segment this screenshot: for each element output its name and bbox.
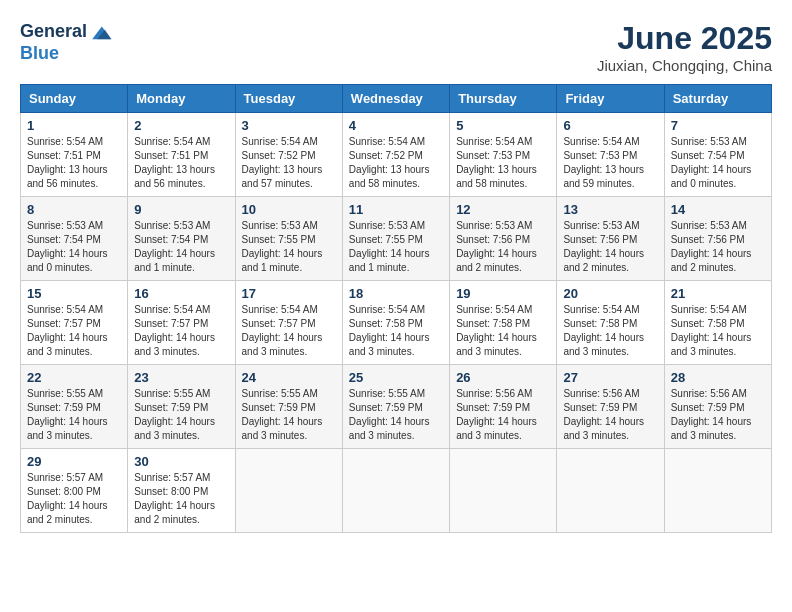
cell-details: Sunrise: 5:53 AMSunset: 7:56 PMDaylight:… — [563, 219, 657, 275]
cell-details: Sunrise: 5:54 AMSunset: 7:52 PMDaylight:… — [242, 135, 336, 191]
cell-details: Sunrise: 5:54 AMSunset: 7:58 PMDaylight:… — [456, 303, 550, 359]
calendar-cell: 11Sunrise: 5:53 AMSunset: 7:55 PMDayligh… — [342, 197, 449, 281]
day-number: 2 — [134, 118, 228, 133]
calendar-cell — [557, 449, 664, 533]
day-number: 29 — [27, 454, 121, 469]
calendar-cell — [342, 449, 449, 533]
cell-details: Sunrise: 5:54 AMSunset: 7:57 PMDaylight:… — [242, 303, 336, 359]
calendar-cell: 13Sunrise: 5:53 AMSunset: 7:56 PMDayligh… — [557, 197, 664, 281]
day-number: 6 — [563, 118, 657, 133]
calendar-cell: 29Sunrise: 5:57 AMSunset: 8:00 PMDayligh… — [21, 449, 128, 533]
calendar-cell: 2Sunrise: 5:54 AMSunset: 7:51 PMDaylight… — [128, 113, 235, 197]
cell-details: Sunrise: 5:54 AMSunset: 7:53 PMDaylight:… — [563, 135, 657, 191]
calendar-title: June 2025 — [597, 20, 772, 57]
cell-details: Sunrise: 5:54 AMSunset: 7:57 PMDaylight:… — [134, 303, 228, 359]
calendar-cell: 6Sunrise: 5:54 AMSunset: 7:53 PMDaylight… — [557, 113, 664, 197]
day-number: 23 — [134, 370, 228, 385]
day-number: 19 — [456, 286, 550, 301]
calendar-cell: 22Sunrise: 5:55 AMSunset: 7:59 PMDayligh… — [21, 365, 128, 449]
cell-details: Sunrise: 5:54 AMSunset: 7:51 PMDaylight:… — [27, 135, 121, 191]
weekday-header: Friday — [557, 85, 664, 113]
day-number: 24 — [242, 370, 336, 385]
weekday-header: Sunday — [21, 85, 128, 113]
calendar-cell: 8Sunrise: 5:53 AMSunset: 7:54 PMDaylight… — [21, 197, 128, 281]
day-number: 8 — [27, 202, 121, 217]
weekday-header: Wednesday — [342, 85, 449, 113]
weekday-header: Monday — [128, 85, 235, 113]
calendar-cell: 25Sunrise: 5:55 AMSunset: 7:59 PMDayligh… — [342, 365, 449, 449]
cell-details: Sunrise: 5:56 AMSunset: 7:59 PMDaylight:… — [563, 387, 657, 443]
cell-details: Sunrise: 5:54 AMSunset: 7:53 PMDaylight:… — [456, 135, 550, 191]
calendar-cell: 24Sunrise: 5:55 AMSunset: 7:59 PMDayligh… — [235, 365, 342, 449]
day-number: 30 — [134, 454, 228, 469]
cell-details: Sunrise: 5:57 AMSunset: 8:00 PMDaylight:… — [134, 471, 228, 527]
day-number: 17 — [242, 286, 336, 301]
cell-details: Sunrise: 5:53 AMSunset: 7:56 PMDaylight:… — [671, 219, 765, 275]
calendar-cell: 23Sunrise: 5:55 AMSunset: 7:59 PMDayligh… — [128, 365, 235, 449]
logo-icon — [89, 20, 113, 44]
calendar-body: 1Sunrise: 5:54 AMSunset: 7:51 PMDaylight… — [21, 113, 772, 533]
cell-details: Sunrise: 5:53 AMSunset: 7:54 PMDaylight:… — [671, 135, 765, 191]
calendar-week-row: 22Sunrise: 5:55 AMSunset: 7:59 PMDayligh… — [21, 365, 772, 449]
cell-details: Sunrise: 5:54 AMSunset: 7:51 PMDaylight:… — [134, 135, 228, 191]
calendar-cell: 28Sunrise: 5:56 AMSunset: 7:59 PMDayligh… — [664, 365, 771, 449]
day-number: 22 — [27, 370, 121, 385]
cell-details: Sunrise: 5:54 AMSunset: 7:57 PMDaylight:… — [27, 303, 121, 359]
calendar-week-row: 15Sunrise: 5:54 AMSunset: 7:57 PMDayligh… — [21, 281, 772, 365]
calendar-week-row: 1Sunrise: 5:54 AMSunset: 7:51 PMDaylight… — [21, 113, 772, 197]
day-number: 21 — [671, 286, 765, 301]
calendar-header-row: SundayMondayTuesdayWednesdayThursdayFrid… — [21, 85, 772, 113]
cell-details: Sunrise: 5:55 AMSunset: 7:59 PMDaylight:… — [134, 387, 228, 443]
calendar-subtitle: Jiuxian, Chongqing, China — [597, 57, 772, 74]
cell-details: Sunrise: 5:53 AMSunset: 7:55 PMDaylight:… — [349, 219, 443, 275]
calendar-week-row: 29Sunrise: 5:57 AMSunset: 8:00 PMDayligh… — [21, 449, 772, 533]
calendar-cell: 5Sunrise: 5:54 AMSunset: 7:53 PMDaylight… — [450, 113, 557, 197]
calendar-cell: 18Sunrise: 5:54 AMSunset: 7:58 PMDayligh… — [342, 281, 449, 365]
calendar-cell: 9Sunrise: 5:53 AMSunset: 7:54 PMDaylight… — [128, 197, 235, 281]
calendar-cell: 1Sunrise: 5:54 AMSunset: 7:51 PMDaylight… — [21, 113, 128, 197]
calendar-cell: 19Sunrise: 5:54 AMSunset: 7:58 PMDayligh… — [450, 281, 557, 365]
cell-details: Sunrise: 5:57 AMSunset: 8:00 PMDaylight:… — [27, 471, 121, 527]
calendar-cell: 17Sunrise: 5:54 AMSunset: 7:57 PMDayligh… — [235, 281, 342, 365]
day-number: 10 — [242, 202, 336, 217]
cell-details: Sunrise: 5:53 AMSunset: 7:54 PMDaylight:… — [27, 219, 121, 275]
cell-details: Sunrise: 5:53 AMSunset: 7:54 PMDaylight:… — [134, 219, 228, 275]
calendar-cell — [664, 449, 771, 533]
calendar-cell: 4Sunrise: 5:54 AMSunset: 7:52 PMDaylight… — [342, 113, 449, 197]
day-number: 1 — [27, 118, 121, 133]
cell-details: Sunrise: 5:53 AMSunset: 7:55 PMDaylight:… — [242, 219, 336, 275]
day-number: 11 — [349, 202, 443, 217]
day-number: 12 — [456, 202, 550, 217]
calendar-cell: 26Sunrise: 5:56 AMSunset: 7:59 PMDayligh… — [450, 365, 557, 449]
weekday-header: Thursday — [450, 85, 557, 113]
calendar-cell — [235, 449, 342, 533]
day-number: 14 — [671, 202, 765, 217]
day-number: 4 — [349, 118, 443, 133]
day-number: 9 — [134, 202, 228, 217]
day-number: 7 — [671, 118, 765, 133]
calendar-cell: 30Sunrise: 5:57 AMSunset: 8:00 PMDayligh… — [128, 449, 235, 533]
cell-details: Sunrise: 5:54 AMSunset: 7:58 PMDaylight:… — [671, 303, 765, 359]
calendar-week-row: 8Sunrise: 5:53 AMSunset: 7:54 PMDaylight… — [21, 197, 772, 281]
calendar-cell: 21Sunrise: 5:54 AMSunset: 7:58 PMDayligh… — [664, 281, 771, 365]
day-number: 20 — [563, 286, 657, 301]
logo-subtext: Blue — [20, 44, 113, 64]
day-number: 16 — [134, 286, 228, 301]
cell-details: Sunrise: 5:56 AMSunset: 7:59 PMDaylight:… — [456, 387, 550, 443]
calendar-cell: 27Sunrise: 5:56 AMSunset: 7:59 PMDayligh… — [557, 365, 664, 449]
cell-details: Sunrise: 5:54 AMSunset: 7:58 PMDaylight:… — [563, 303, 657, 359]
calendar-cell: 20Sunrise: 5:54 AMSunset: 7:58 PMDayligh… — [557, 281, 664, 365]
calendar-cell: 3Sunrise: 5:54 AMSunset: 7:52 PMDaylight… — [235, 113, 342, 197]
day-number: 5 — [456, 118, 550, 133]
cell-details: Sunrise: 5:54 AMSunset: 7:58 PMDaylight:… — [349, 303, 443, 359]
calendar-table: SundayMondayTuesdayWednesdayThursdayFrid… — [20, 84, 772, 533]
cell-details: Sunrise: 5:54 AMSunset: 7:52 PMDaylight:… — [349, 135, 443, 191]
calendar-cell: 10Sunrise: 5:53 AMSunset: 7:55 PMDayligh… — [235, 197, 342, 281]
page-header: General Blue June 2025 Jiuxian, Chongqin… — [20, 20, 772, 74]
calendar-cell — [450, 449, 557, 533]
weekday-header: Saturday — [664, 85, 771, 113]
day-number: 15 — [27, 286, 121, 301]
cell-details: Sunrise: 5:55 AMSunset: 7:59 PMDaylight:… — [242, 387, 336, 443]
logo-text: General — [20, 22, 87, 42]
calendar-cell: 12Sunrise: 5:53 AMSunset: 7:56 PMDayligh… — [450, 197, 557, 281]
